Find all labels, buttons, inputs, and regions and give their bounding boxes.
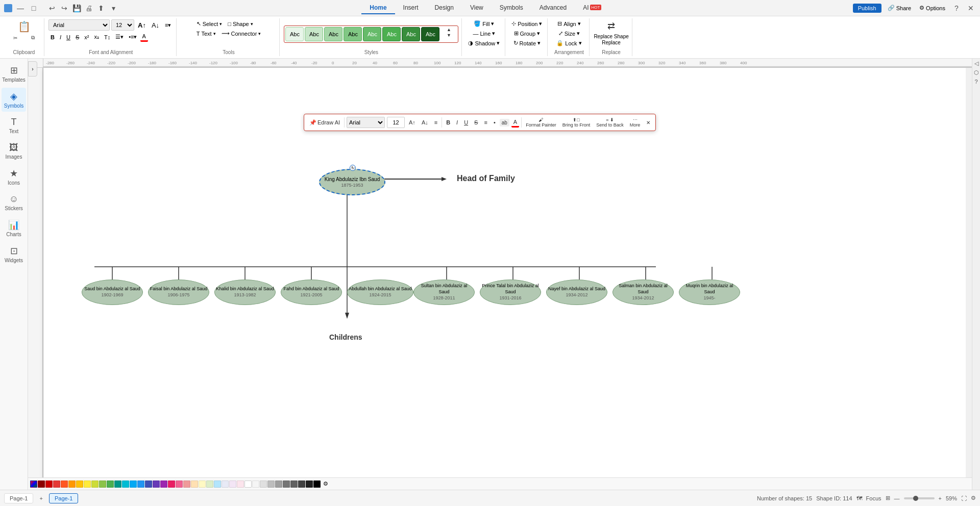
tab-ai[interactable]: AI HOT: [575, 2, 609, 14]
cs-29[interactable]: [252, 480, 259, 488]
subscript-button[interactable]: x₂: [92, 33, 101, 41]
text-button[interactable]: TText ▾: [194, 29, 218, 38]
cs-20[interactable]: [183, 480, 190, 488]
close-button[interactable]: ✕: [966, 3, 976, 13]
edraw-ai-pin[interactable]: 📌 Edraw AI: [307, 118, 342, 127]
rotate-handle[interactable]: ↻: [350, 165, 356, 171]
cs-3[interactable]: [53, 480, 60, 488]
cs-21[interactable]: [191, 480, 198, 488]
cs-34[interactable]: [290, 480, 298, 488]
page-tab-1[interactable]: Page-1: [4, 493, 33, 503]
paste-button[interactable]: 📋: [16, 19, 33, 34]
sidebar-item-stickers[interactable]: ☺ Stickers: [2, 191, 26, 214]
cs-7[interactable]: [84, 480, 91, 488]
bold-button[interactable]: B: [48, 33, 57, 41]
font-color-button[interactable]: A: [140, 32, 148, 42]
ft-bold[interactable]: B: [444, 118, 452, 127]
cs-13[interactable]: [130, 480, 137, 488]
ft-format-painter[interactable]: 🖌 Format Painter: [524, 116, 558, 129]
cs-36[interactable]: [306, 480, 313, 488]
ft-size-input[interactable]: [387, 117, 405, 128]
cs-4[interactable]: [61, 480, 68, 488]
cs-2[interactable]: [45, 480, 53, 488]
cs-16[interactable]: [153, 480, 160, 488]
group-button[interactable]: ⊞Group▾: [512, 29, 543, 38]
ft-underline[interactable]: U: [462, 118, 470, 127]
ft-font-shrink[interactable]: A↓: [420, 118, 430, 127]
undo-button[interactable]: ↩: [47, 3, 57, 13]
size-button[interactable]: ⤢Size▾: [556, 29, 582, 38]
cs-6[interactable]: [76, 480, 83, 488]
child-node-talal[interactable]: Prince Talal bin Abdulaziz al Saud 1931-…: [480, 280, 541, 305]
help-button[interactable]: ?: [951, 3, 962, 13]
export-button[interactable]: ⬆: [96, 3, 106, 13]
print-button[interactable]: 🖨: [84, 3, 94, 13]
sidebar-expand-arrow[interactable]: ›: [28, 61, 37, 77]
sidebar-item-symbols[interactable]: ◈ Symbols: [2, 88, 26, 112]
tab-design[interactable]: Design: [427, 2, 462, 14]
cs-31[interactable]: [267, 480, 275, 488]
ft-ab[interactable]: ab: [500, 119, 509, 127]
zoom-slider-thumb[interactable]: [913, 496, 918, 501]
bullet-button[interactable]: •≡▾: [127, 33, 139, 41]
styles-scroll-up[interactable]: ▲: [440, 27, 457, 32]
cs-27[interactable]: [237, 480, 244, 488]
style-swatch-3[interactable]: Abc: [324, 27, 342, 41]
cut-button[interactable]: ✂: [7, 34, 23, 41]
style-swatch-1[interactable]: Abc: [285, 27, 304, 41]
ft-more[interactable]: ⋯ More: [628, 116, 643, 129]
scrollbar-vertical[interactable]: [966, 68, 972, 490]
copy-button[interactable]: ⧉: [24, 34, 41, 41]
ft-align[interactable]: ≡: [432, 118, 439, 127]
style-swatch-4[interactable]: Abc: [344, 27, 362, 41]
child-node-saud[interactable]: Saud bin Abdulaziz al Saud 1902-1969: [82, 280, 143, 305]
sidebar-item-templates[interactable]: ⊞ Templates: [2, 62, 26, 86]
tab-view[interactable]: View: [462, 2, 492, 14]
sidebar-item-charts[interactable]: 📊 Charts: [2, 216, 26, 240]
options-button[interactable]: ⚙Options: [917, 4, 947, 12]
cs-30[interactable]: [260, 480, 267, 488]
panel-properties-icon[interactable]: ⬡: [973, 69, 980, 76]
cs-12[interactable]: [122, 480, 129, 488]
add-page-button[interactable]: +: [37, 494, 44, 502]
fill-button[interactable]: 🪣Fill▾: [472, 19, 496, 28]
cs-10[interactable]: [107, 480, 114, 488]
panel-help-icon[interactable]: ?: [973, 78, 980, 85]
fullscreen-button[interactable]: ⛶: [961, 495, 967, 501]
sidebar-item-icons[interactable]: ★ Icons: [2, 165, 26, 189]
cs-23[interactable]: [206, 480, 213, 488]
cs-25[interactable]: [222, 480, 229, 488]
cs-24[interactable]: [214, 480, 221, 488]
publish-button[interactable]: Publish: [853, 4, 881, 13]
cs-35[interactable]: [298, 480, 305, 488]
lock-button[interactable]: 🔒Lock▾: [554, 39, 583, 47]
tab-symbols[interactable]: Symbols: [492, 2, 531, 14]
redo-button[interactable]: ↪: [59, 3, 69, 13]
more-button[interactable]: ▾: [108, 3, 118, 13]
cs-9[interactable]: [99, 480, 106, 488]
child-node-fahd[interactable]: Fahd bin Abdulaziz al Saud 1921-2005: [281, 280, 342, 305]
align-button2[interactable]: ⊟Align▾: [555, 19, 582, 28]
font-select[interactable]: Arial: [48, 19, 110, 31]
share-button[interactable]: 🔗Share: [886, 4, 913, 12]
ft-font-select[interactable]: Arial: [347, 117, 385, 128]
italic-button[interactable]: I: [58, 33, 63, 41]
zoom-slider[interactable]: [904, 497, 935, 499]
tab-insert[interactable]: Insert: [395, 2, 427, 14]
main-node[interactable]: King Abdulaziz Ibn Saud 1875-1953: [319, 169, 385, 195]
superscript-button[interactable]: x²: [82, 33, 91, 41]
ft-strikethrough[interactable]: S: [472, 118, 480, 127]
cs-37[interactable]: [313, 480, 321, 488]
bottom-settings[interactable]: ⚙: [971, 495, 976, 501]
maximize-button[interactable]: □: [29, 3, 39, 13]
style-swatch-5[interactable]: Abc: [363, 27, 381, 41]
cs-1[interactable]: [38, 480, 45, 488]
cs-5[interactable]: [68, 480, 76, 488]
child-node-khalid[interactable]: Khalid bin Abdulaziz al Saud 1913-1982: [214, 280, 276, 305]
cs-33[interactable]: [283, 480, 290, 488]
ft-italic[interactable]: I: [454, 118, 460, 127]
align-button[interactable]: ≡▾: [163, 21, 173, 30]
cs-11[interactable]: [114, 480, 121, 488]
cs-28[interactable]: [244, 480, 252, 488]
strikethrough-button[interactable]: S: [74, 33, 81, 41]
